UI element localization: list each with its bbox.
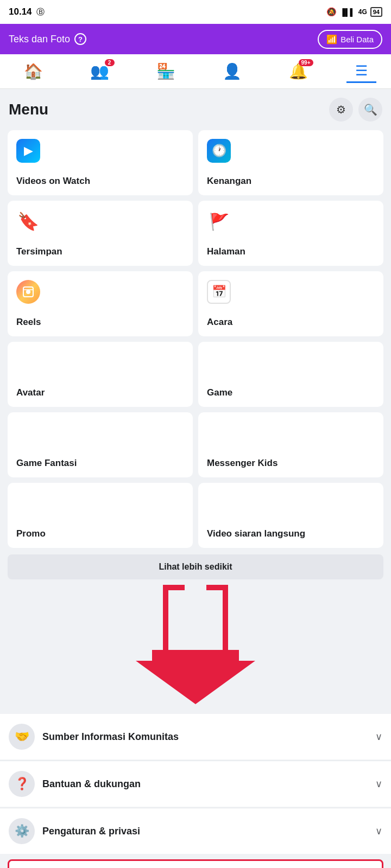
nav-friends[interactable]: 👥 2 bbox=[81, 60, 118, 82]
wifi-signal-icon: 📶 bbox=[326, 34, 337, 44]
nav-profile[interactable]: 👤 bbox=[214, 60, 250, 82]
search-button[interactable]: 🔍 bbox=[358, 98, 382, 122]
top-header: Teks dan Foto ? 📶 Beli Data bbox=[0, 24, 391, 54]
nav-marketplace[interactable]: 🏪 bbox=[148, 60, 184, 82]
avatar-label: Avatar bbox=[16, 387, 184, 398]
gear-button[interactable]: ⚙ bbox=[329, 98, 353, 122]
grid-item-halaman[interactable]: 🚩 Halaman bbox=[198, 201, 383, 266]
grid-item-avatar[interactable]: Avatar bbox=[8, 342, 193, 407]
svg-marker-7 bbox=[136, 650, 255, 704]
video-siaran-label: Video siaran langsung bbox=[207, 528, 375, 539]
section-komunitas[interactable]: 🤝 Sumber Informasi Komunitas ∨ bbox=[0, 714, 391, 760]
grid-item-video-siaran[interactable]: Video siaran langsung bbox=[198, 483, 383, 548]
kenangan-label: Kenangan bbox=[207, 176, 375, 187]
grid-item-videos-on-watch[interactable]: ▶ Videos on Watch bbox=[8, 130, 193, 195]
svg-point-1 bbox=[26, 290, 30, 294]
red-arrow-annotation bbox=[0, 585, 391, 710]
beli-data-label: Beli Data bbox=[340, 35, 374, 44]
avatar-icon bbox=[16, 350, 40, 374]
menu-header: Menu ⚙ 🔍 bbox=[0, 89, 391, 126]
pengaturan-label: Pengaturan & privasi bbox=[42, 826, 368, 837]
acara-icon: 📅 bbox=[207, 280, 231, 304]
halaman-icon: 🚩 bbox=[207, 209, 231, 233]
pengaturan-chevron: ∨ bbox=[375, 825, 382, 837]
question-icon: ❓ bbox=[15, 777, 29, 791]
svg-rect-5 bbox=[163, 585, 168, 655]
gear-settings-icon: ⚙️ bbox=[15, 824, 29, 838]
nav-menu[interactable]: ☰ bbox=[346, 60, 376, 83]
tersimpan-label: Tersimpan bbox=[16, 246, 184, 257]
game-label: Game bbox=[207, 387, 375, 398]
network-type: 4G bbox=[358, 8, 367, 16]
videos-on-watch-label: Videos on Watch bbox=[16, 176, 184, 187]
acara-label: Acara bbox=[207, 317, 375, 328]
menu-title: Menu bbox=[9, 101, 48, 118]
section-pengaturan[interactable]: ⚙️ Pengaturan & privasi ∨ bbox=[0, 808, 391, 854]
bantuan-chevron: ∨ bbox=[375, 778, 382, 790]
marketplace-icon: 🏪 bbox=[156, 62, 175, 80]
annotation-area: Lihat lebih sedikit bbox=[0, 554, 391, 710]
game-fantasi-label: Game Fantasi bbox=[16, 458, 184, 469]
friends-badge: 2 bbox=[105, 59, 115, 66]
bantuan-icon-circle: ❓ bbox=[9, 771, 35, 797]
header-title-group: Teks dan Foto ? bbox=[9, 33, 86, 45]
menu-action-icons: ⚙ 🔍 bbox=[329, 98, 382, 122]
lihat-sedikit-button[interactable]: Lihat lebih sedikit bbox=[8, 554, 383, 579]
grid-item-reels[interactable]: Reels bbox=[8, 271, 193, 336]
nav-home[interactable]: 🏠 bbox=[15, 60, 52, 82]
tersimpan-icon: 🔖 bbox=[16, 209, 40, 233]
svg-rect-4 bbox=[206, 585, 228, 590]
kenangan-icon: 🕐 bbox=[207, 139, 231, 163]
reels-label: Reels bbox=[16, 317, 184, 328]
divider-1 bbox=[0, 710, 391, 714]
messenger-kids-icon bbox=[207, 421, 231, 445]
videos-on-watch-icon: ▶ bbox=[16, 139, 40, 163]
nav-notifications[interactable]: 🔔 99+ bbox=[280, 60, 317, 82]
battery: 94 bbox=[370, 7, 382, 17]
halaman-label: Halaman bbox=[207, 246, 375, 257]
menu-grid: ▶ Videos on Watch 🕐 Kenangan 🔖 Tersimpan… bbox=[0, 126, 391, 552]
promo-label: Promo bbox=[16, 528, 184, 539]
komunitas-icon-circle: 🤝 bbox=[9, 724, 35, 750]
game-icon bbox=[207, 350, 231, 374]
bantuan-label: Bantuan & dukungan bbox=[42, 778, 368, 790]
video-siaran-icon bbox=[207, 492, 231, 515]
grid-item-kenangan[interactable]: 🕐 Kenangan bbox=[198, 130, 383, 195]
status-time: 10.14 bbox=[9, 7, 32, 17]
grid-item-game[interactable]: Game bbox=[198, 342, 383, 407]
b-icon: Ⓑ bbox=[36, 7, 45, 17]
notifications-badge: 99+ bbox=[299, 59, 313, 66]
settings-icon: ⚙ bbox=[336, 103, 346, 116]
reels-icon bbox=[16, 280, 40, 304]
svg-rect-6 bbox=[223, 585, 228, 655]
signal-icon: ▐▌▌ bbox=[340, 8, 355, 16]
header-title: Teks dan Foto bbox=[9, 34, 70, 45]
menu-icon: ☰ bbox=[355, 62, 368, 79]
game-fantasi-icon bbox=[16, 421, 40, 445]
beli-data-button[interactable]: 📶 Beli Data bbox=[318, 30, 382, 49]
komunitas-chevron: ∨ bbox=[375, 731, 382, 743]
status-bar: 10.14 Ⓑ 🔕 ▐▌▌ 4G 94 bbox=[0, 0, 391, 24]
status-icons: 🔕 ▐▌▌ 4G 94 bbox=[326, 7, 382, 17]
keluar-button[interactable]: Keluar bbox=[8, 859, 383, 868]
nav-bar: 🏠 👥 2 🏪 👤 🔔 99+ ☰ bbox=[0, 54, 391, 89]
home-icon: 🏠 bbox=[24, 62, 43, 80]
komunitas-label: Sumber Informasi Komunitas bbox=[42, 731, 368, 743]
help-icon[interactable]: ? bbox=[74, 33, 86, 45]
bell-icon: 🔕 bbox=[326, 7, 337, 17]
grid-item-acara[interactable]: 📅 Acara bbox=[198, 271, 383, 336]
grid-item-promo[interactable]: Promo bbox=[8, 483, 193, 548]
grid-item-messenger-kids[interactable]: Messenger Kids bbox=[198, 412, 383, 477]
search-icon: 🔍 bbox=[364, 103, 377, 116]
grid-item-tersimpan[interactable]: 🔖 Tersimpan bbox=[8, 201, 193, 266]
messenger-kids-label: Messenger Kids bbox=[207, 458, 375, 469]
grid-item-game-fantasi[interactable]: Game Fantasi bbox=[8, 412, 193, 477]
section-bantuan[interactable]: ❓ Bantuan & dukungan ∨ bbox=[0, 761, 391, 807]
pengaturan-icon-circle: ⚙️ bbox=[9, 818, 35, 844]
arrow-svg bbox=[109, 585, 282, 710]
promo-icon bbox=[16, 492, 40, 515]
profile-icon: 👤 bbox=[223, 62, 242, 80]
svg-rect-3 bbox=[163, 585, 185, 590]
handshake-icon: 🤝 bbox=[15, 730, 29, 744]
